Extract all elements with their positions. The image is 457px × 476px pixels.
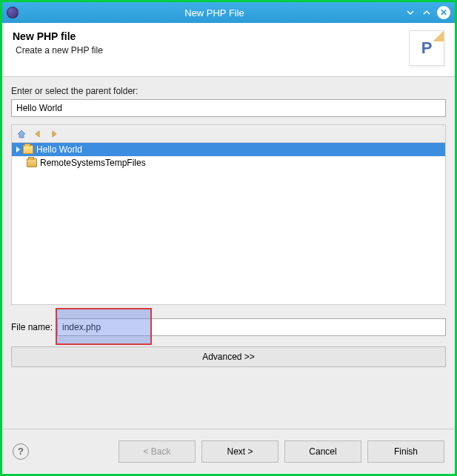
minimize-button[interactable] — [404, 7, 416, 19]
home-icon[interactable] — [16, 129, 27, 139]
maximize-button[interactable] — [421, 7, 433, 19]
title-bar: New PHP File ✕ — [2, 2, 455, 23]
tree-item-label: Hello World — [36, 144, 82, 155]
forward-arrow-icon[interactable] — [49, 129, 59, 139]
wizard-title: New PHP file — [13, 30, 409, 42]
filename-label: File name: — [11, 322, 53, 332]
tree-item-label: RemoteSystemsTempFiles — [40, 158, 146, 168]
advanced-button[interactable]: Advanced >> — [11, 346, 446, 367]
folder-icon — [27, 158, 37, 167]
parent-folder-label: Enter or select the parent folder: — [11, 86, 446, 96]
php-file-icon — [409, 30, 444, 66]
wizard-subtitle: Create a new PHP file — [16, 45, 409, 56]
window-title: New PHP File — [24, 7, 404, 19]
cancel-button[interactable]: Cancel — [284, 440, 361, 463]
finish-button[interactable]: Finish — [367, 440, 444, 463]
expand-arrow-icon[interactable] — [16, 147, 20, 152]
back-button: < Back — [119, 440, 196, 463]
back-arrow-icon[interactable] — [33, 129, 43, 139]
eclipse-app-icon — [7, 7, 19, 19]
tree-item-remote-systems[interactable]: RemoteSystemsTempFiles — [12, 156, 445, 170]
tree-item-hello-world[interactable]: Hello World — [12, 143, 445, 156]
parent-folder-input[interactable] — [11, 99, 446, 117]
next-button[interactable]: Next > — [201, 440, 278, 463]
help-button[interactable]: ? — [13, 443, 29, 460]
folder-tree[interactable]: Hello World RemoteSystemsTempFiles — [11, 142, 446, 305]
wizard-footer: ? < Back Next > Cancel Finish — [2, 429, 455, 473]
wizard-header: New PHP file Create a new PHP file — [2, 23, 455, 77]
tree-nav-toolbar — [11, 124, 446, 142]
filename-input[interactable] — [57, 318, 446, 336]
wizard-body: Enter or select the parent folder: Hello… — [2, 77, 455, 429]
close-button[interactable]: ✕ — [437, 6, 450, 19]
folder-icon — [23, 145, 33, 154]
